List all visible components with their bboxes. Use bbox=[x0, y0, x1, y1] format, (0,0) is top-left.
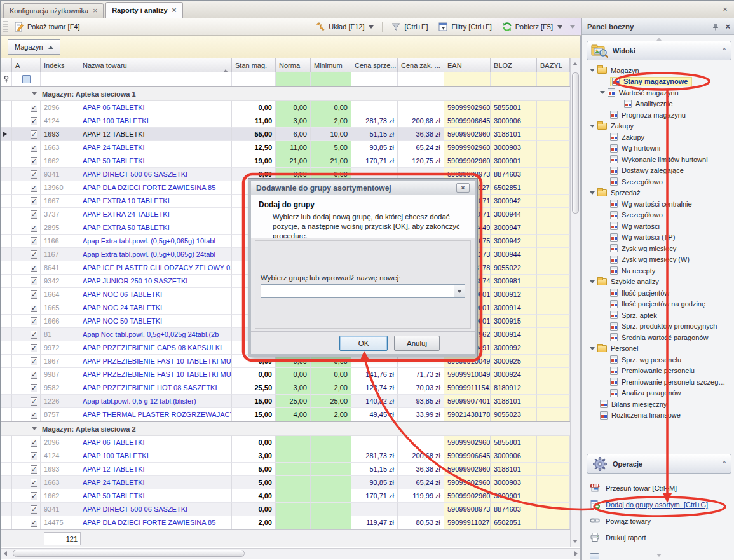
cell-bazyl[interactable] bbox=[537, 463, 570, 476]
row-checkbox[interactable]: ✓ bbox=[31, 250, 37, 259]
tree-folder-sprzedaż[interactable]: Sprzedaż bbox=[582, 188, 734, 199]
row-checkbox[interactable]: ✓ bbox=[31, 479, 37, 487]
cancel-button[interactable]: Anuluj bbox=[394, 336, 440, 351]
cell-norma[interactable]: 0,00 bbox=[276, 368, 311, 381]
table-row[interactable]: ✓4124APAP 100 TABLETKI11,003,002,00281,7… bbox=[1, 114, 570, 128]
cell-norma[interactable]: 0,00 bbox=[276, 355, 311, 368]
cell-stan[interactable]: 12,50 bbox=[232, 141, 276, 154]
row-checkbox[interactable]: ✓ bbox=[31, 197, 37, 205]
cell-bloz[interactable]: 5855801 bbox=[491, 101, 537, 114]
panel-scroll-down-icon[interactable] bbox=[656, 554, 662, 557]
cell-stan[interactable]: 0,00 bbox=[232, 355, 276, 368]
row-checkbox[interactable]: ✓ bbox=[31, 157, 37, 165]
cell-cena_sprz[interactable]: 170,71 zł bbox=[351, 154, 398, 168]
cell-cena_sprz[interactable]: 281,73 zł bbox=[351, 114, 398, 128]
show-product-button[interactable]: Pokaż towar [F4] bbox=[10, 20, 84, 34]
cell-cena_zak[interactable]: 36,38 zł bbox=[398, 128, 444, 141]
cell-bazyl[interactable] bbox=[537, 503, 570, 516]
cell-a[interactable]: ✓ bbox=[12, 128, 41, 141]
cell-ean[interactable]: 5909990897377 bbox=[444, 503, 491, 516]
cell-minimum[interactable] bbox=[311, 463, 351, 476]
tree-item-sprz-produktów-promocyjnych[interactable]: Sprz. produktów promocyjnych bbox=[582, 321, 734, 332]
cell-bloz[interactable]: 3000906 bbox=[491, 114, 537, 128]
table-row[interactable]: ✓14475APAP DLA DZIECI FORTE ZAWIESINA 85… bbox=[1, 516, 570, 529]
column-header-norma[interactable]: Norma bbox=[276, 58, 311, 72]
cell-nazwa[interactable]: Apap tabl.powl. 0,5 g 12 tabl.(blister) bbox=[79, 395, 232, 408]
cell-cena_sprz[interactable]: 140,82 zł bbox=[351, 395, 398, 408]
cell-indeks[interactable]: 9582 bbox=[41, 381, 79, 395]
cell-cena_zak[interactable]: 65,24 zł bbox=[398, 476, 444, 489]
cell-nazwa[interactable]: APAP NOC 50 TABLETKI bbox=[79, 315, 232, 328]
cell-bazyl[interactable] bbox=[537, 516, 570, 529]
cell-minimum[interactable] bbox=[311, 436, 351, 449]
cell-indeks[interactable]: 1167 bbox=[41, 248, 79, 261]
tree-item-średnia-wartość-paragonów[interactable]: Średnia wartość paragonów bbox=[582, 332, 734, 343]
row-checkbox[interactable]: ✓ bbox=[31, 117, 37, 125]
tree-item-wg-wartości-centralnie[interactable]: Wg wartości centralnie bbox=[582, 198, 734, 210]
expand-arrow-icon[interactable] bbox=[600, 91, 605, 94]
cell-minimum[interactable]: 21,00 bbox=[311, 154, 351, 168]
cell-bazyl[interactable] bbox=[537, 315, 570, 328]
cell-minimum[interactable] bbox=[311, 489, 351, 503]
tree-item-dostawy-zalegające[interactable]: Dostawy zalegające bbox=[582, 165, 734, 177]
group-header[interactable]: Magazyn: Apteka sieciowa 2 bbox=[1, 421, 570, 436]
group-combo-input[interactable] bbox=[261, 284, 465, 298]
cell-nazwa[interactable]: APAP EXTRA 24 TABLETKI bbox=[79, 208, 232, 221]
table-row[interactable]: ✓2096APAP 06 TABLETKI0,00590999029602658… bbox=[1, 436, 570, 449]
cell-indeks[interactable]: 1667 bbox=[41, 195, 79, 208]
chevron-down-icon[interactable] bbox=[557, 25, 562, 29]
cell-stan[interactable]: 5,00 bbox=[232, 476, 276, 489]
cell-bloz[interactable]: 3000914 bbox=[491, 301, 537, 315]
filter-cell-cena_sprz[interactable] bbox=[351, 72, 398, 86]
cell-nazwa[interactable]: APAP DIRECT 500 06 SASZETKI bbox=[79, 503, 232, 516]
table-row[interactable]: ✓1226Apap tabl.powl. 0,5 g 12 tabl.(blis… bbox=[1, 395, 570, 408]
row-checkbox[interactable]: ✓ bbox=[31, 519, 37, 527]
cell-cena_sprz[interactable]: 170,71 zł bbox=[351, 489, 398, 503]
close-icon[interactable]: × bbox=[725, 22, 730, 31]
cell-bazyl[interactable] bbox=[537, 221, 570, 235]
tree-folder-magazyn[interactable]: Magazyn bbox=[582, 65, 734, 76]
tree-item-wg-wartości[interactable]: Wg wartości bbox=[582, 221, 734, 232]
cell-cena_zak[interactable]: 36,38 zł bbox=[398, 463, 444, 476]
cell-a[interactable]: ✓ bbox=[12, 489, 41, 503]
filter-cell-cena_zak[interactable] bbox=[398, 72, 444, 86]
cell-bloz[interactable]: 3000914 bbox=[491, 328, 537, 341]
cell-a[interactable]: ✓ bbox=[12, 449, 41, 463]
cell-bloz[interactable]: 3000925 bbox=[491, 355, 537, 368]
cell-bloz[interactable]: 3188101 bbox=[491, 395, 537, 408]
cell-stan[interactable]: 0,00 bbox=[232, 503, 276, 516]
layout-button[interactable]: Układ [F12] bbox=[311, 20, 377, 34]
cell-bazyl[interactable] bbox=[537, 476, 570, 489]
tree-item-zysk-wg-miesięcy[interactable]: Zysk wg miesięcy bbox=[582, 243, 734, 254]
scroll-left-icon[interactable] bbox=[4, 551, 7, 556]
cell-cena_sprz[interactable]: 141,76 zł bbox=[351, 368, 398, 381]
cell-cena_sprz[interactable] bbox=[351, 355, 398, 368]
cell-indeks[interactable]: 9342 bbox=[41, 275, 79, 288]
collapse-group-icon[interactable] bbox=[32, 92, 37, 95]
cell-indeks[interactable]: 8641 bbox=[41, 261, 79, 275]
vertical-scrollbar[interactable] bbox=[570, 58, 580, 547]
cell-norma[interactable]: 25,00 bbox=[276, 395, 311, 408]
cell-cena_sprz[interactable]: 51,15 zł bbox=[351, 463, 398, 476]
cell-minimum[interactable]: 10,00 bbox=[311, 128, 351, 141]
cell-norma[interactable] bbox=[276, 463, 311, 476]
cell-bloz[interactable]: 9055022 bbox=[491, 261, 537, 275]
filter-selection-icon[interactable] bbox=[22, 75, 31, 83]
table-row[interactable]: ✓1663APAP 24 TABLETKI12,5011,005,0093,85… bbox=[1, 141, 570, 154]
filter-cell-nazwa[interactable] bbox=[79, 72, 232, 86]
cell-a[interactable]: ✓ bbox=[12, 341, 41, 355]
fetch-button[interactable]: Pobierz [F5] bbox=[498, 20, 566, 34]
cell-indeks[interactable]: 4124 bbox=[41, 449, 79, 463]
cell-norma[interactable]: 4,00 bbox=[276, 408, 311, 421]
cell-nazwa[interactable]: APAP JUNIOR 250 10 SASZETKI bbox=[79, 275, 232, 288]
tree-item-premiowanie-personelu-szczeg-[interactable]: Premiowanie personelu szczeg… bbox=[582, 376, 734, 388]
cell-indeks[interactable]: 1967 bbox=[41, 355, 79, 368]
cell-cena_zak[interactable] bbox=[398, 101, 444, 114]
cell-norma[interactable]: 21,00 bbox=[276, 154, 311, 168]
cell-indeks[interactable]: 9341 bbox=[41, 168, 79, 181]
cell-norma[interactable]: 3,00 bbox=[276, 114, 311, 128]
filters-button[interactable]: Filtry [Ctrl+F] bbox=[434, 20, 495, 34]
cell-minimum[interactable] bbox=[311, 503, 351, 516]
cell-bloz[interactable]: 3000903 bbox=[491, 476, 537, 489]
operation-drukuj-raport[interactable]: Drukuj raport bbox=[582, 529, 734, 546]
